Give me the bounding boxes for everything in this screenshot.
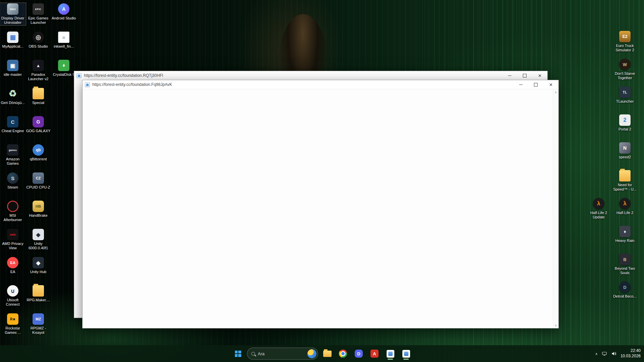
page-icon <box>77 73 82 78</box>
desktop-icon-recycle-bin[interactable]: Geri Dönüşü... <box>0 88 26 105</box>
desktop-icon-label: Epic Games Launcher <box>26 16 51 25</box>
desktop-icon-crystaldisk[interactable]: CrystalDisk 9 <box>51 60 77 77</box>
desktop-icon-label: Special <box>32 101 44 105</box>
start-button[interactable] <box>231 347 245 360</box>
folder-icon <box>33 285 44 297</box>
ea-icon <box>7 257 18 268</box>
maximize-button[interactable] <box>517 71 532 80</box>
desktop-icon-cheat-engine[interactable]: Cheat Engine <box>0 116 26 133</box>
desktop-icon-gog-galaxy[interactable]: GOG GALAXY <box>26 116 51 133</box>
desktop-icon-beyond-two-souls[interactable]: Beyond Two Souls <box>612 254 638 275</box>
search-input[interactable] <box>258 351 305 356</box>
desktop-icon-label: AMD Privacy View <box>0 242 26 250</box>
taskbar-red-app-button[interactable] <box>368 347 381 360</box>
minimize-button[interactable] <box>502 71 517 80</box>
desktop-icon-obs-studio[interactable]: OBS Studio <box>26 32 51 49</box>
recycle-bin-icon <box>7 88 18 99</box>
desktop-icon-label: inkwell_fin... <box>54 44 74 49</box>
desktop-icon-label: Geri Dönüşü... <box>1 101 25 105</box>
desktop-icon-unity-editor[interactable]: Unity 6000.0.40f1 <box>26 229 51 250</box>
rockstar-games-icon <box>7 313 18 325</box>
weather-widget-icon[interactable] <box>307 349 316 358</box>
taskbar-clock[interactable]: 22:40 10.03.2026 <box>621 348 641 359</box>
detroit-icon <box>619 281 631 293</box>
desktop-icon-need-for-speed[interactable]: Need for Speed™ - U... <box>612 170 638 192</box>
desktop-icon-euro-truck-simulator-2[interactable]: Euro Truck Simulator 2 <box>612 31 638 52</box>
tray-show-hidden-icons-button[interactable] <box>595 352 598 356</box>
red-app-icon <box>370 350 379 358</box>
taskbar-search[interactable] <box>247 348 318 360</box>
minimize-button[interactable] <box>513 80 528 89</box>
desktop-icon-myapplication[interactable]: MyApplicat... <box>0 32 26 49</box>
desktop-icon-label: GOG GALAXY <box>26 129 51 133</box>
desktop-icon-portal-2[interactable]: Portal 2 <box>612 114 638 132</box>
desktop-icon-display-driver-uninstaller[interactable]: Display Driver Uninstaller <box>0 3 26 25</box>
window-titlebar[interactable]: https://forest-entity.cc/foundation.RQTj… <box>74 71 547 80</box>
desktop-icon-label: Portal 2 <box>618 127 631 132</box>
desktop-icon-label: MyApplicat... <box>2 44 23 49</box>
desktop-icon-rockstar-games[interactable]: Rockstar Games ... <box>0 313 26 335</box>
desktop-icon-msi-afterburner[interactable]: MSI Afterburner <box>0 201 26 222</box>
desktop-icon-label: Android Studio <box>52 16 76 20</box>
desktop-icon-inkwell-file[interactable]: inkwell_fin... <box>51 32 77 49</box>
window-titlebar[interactable]: https://forest-entity.cc/foundation.Fq98… <box>83 80 558 89</box>
desktop-icon-rpgmz[interactable]: RPGMZ - Kısayol <box>26 313 51 335</box>
desktop-icon-unity-hub[interactable]: Unity Hub <box>26 257 51 274</box>
desktop-icon-special-folder[interactable]: Special <box>26 88 51 105</box>
taskbar-window-button-1[interactable] <box>384 347 397 360</box>
taskbar-discord-button[interactable] <box>352 347 365 360</box>
desktop-icon-detroit-become-human[interactable]: Detroit Beco... <box>612 281 638 299</box>
vertical-scrollbar[interactable] <box>553 89 558 328</box>
desktop-icon-ea[interactable]: EA <box>0 257 26 274</box>
desktop-icon-label: Unity 6000.0.40f1 <box>26 242 51 250</box>
desktop-icon-tlauncher[interactable]: TLauncher <box>612 87 638 104</box>
clock-time: 22:40 <box>621 348 641 354</box>
epic-games-icon <box>33 3 44 15</box>
taskbar-chrome-button[interactable] <box>336 347 350 360</box>
desktop-icon-heavy-rain[interactable]: Heavy Rain <box>612 226 638 243</box>
desktop-icon-ubisoft-connect[interactable]: Ubisoft Connect <box>0 285 26 307</box>
popup-window-icon <box>402 350 410 358</box>
desktop-icon-label: Don't Starve Together <box>612 71 638 80</box>
beyond-two-souls-icon <box>619 254 631 265</box>
desktop-icon-half-life-2[interactable]: Half-Life 2 <box>612 198 638 215</box>
close-button[interactable] <box>543 80 558 89</box>
desktop-icon-half-life-2-update[interactable]: Half-Life 2 Update <box>586 198 611 219</box>
desktop-icon-label: Beyond Two Souls <box>612 266 638 275</box>
desktop-icon-label: Steam <box>7 185 18 190</box>
taskbar-window-button-2[interactable] <box>399 347 413 360</box>
desktop-icon-handbrake[interactable]: HandBrake <box>26 201 51 218</box>
desktop-icon-paradox-launcher[interactable]: Paradox Launcher v2 <box>26 60 51 81</box>
network-icon[interactable] <box>602 351 607 356</box>
desktop-icon-label: EA <box>10 270 15 274</box>
desktop-icon-label: idle master <box>4 72 22 77</box>
desktop-icon-label: RPG.Maker.... <box>27 298 50 302</box>
desktop-icon-cpu-z[interactable]: CPUID CPU-Z <box>26 172 51 190</box>
cheat-engine-icon <box>7 116 18 127</box>
desktop-icon-epic-games-launcher[interactable]: Epic Games Launcher <box>26 3 51 25</box>
desktop-icon-dont-starve-together[interactable]: Don't Starve Together <box>612 59 638 80</box>
volume-icon[interactable] <box>611 351 616 356</box>
desktop-icon-android-studio[interactable]: Android Studio <box>51 3 77 20</box>
desktop-icon-amd-privacy-view[interactable]: AMD Privacy View <box>0 229 26 250</box>
popup-window-2: https://forest-entity.cc/foundation.Fq98… <box>82 80 559 328</box>
taskbar-file-explorer-button[interactable] <box>320 347 334 360</box>
tlauncher-icon <box>619 87 631 98</box>
msi-afterburner-icon <box>7 201 18 212</box>
scroll-down-icon[interactable] <box>553 322 559 328</box>
desktop-icon-rpg-maker[interactable]: RPG.Maker.... <box>26 285 51 302</box>
desktop-icon-speed2[interactable]: speed2 <box>612 142 638 159</box>
crystaldisk-icon <box>58 60 69 71</box>
desktop-icon-label: Euro Truck Simulator 2 <box>612 44 638 52</box>
scroll-up-icon[interactable] <box>553 89 559 95</box>
search-icon <box>251 352 255 356</box>
desktop-icon-idle-master[interactable]: idle master <box>0 60 26 77</box>
paradox-launcher-icon <box>33 60 44 71</box>
desktop-icon-qbittorrent[interactable]: qBittorrent <box>26 144 51 161</box>
desktop-icon-steam[interactable]: Steam <box>0 172 26 190</box>
gog-galaxy-icon <box>33 116 44 127</box>
close-button[interactable] <box>532 71 547 80</box>
maximize-button[interactable] <box>528 80 543 89</box>
desktop-icon-label: Half-Life 2 Update <box>586 211 611 219</box>
desktop-icon-amazon-games[interactable]: Amazon Games <box>0 144 26 166</box>
